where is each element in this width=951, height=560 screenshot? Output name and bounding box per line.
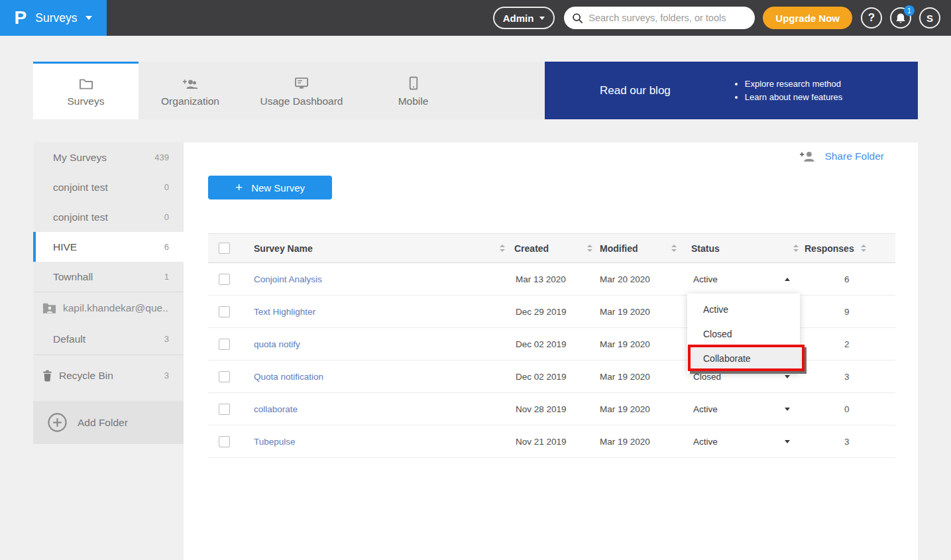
survey-name-link[interactable]: quota notify bbox=[245, 339, 494, 349]
row-checkbox[interactable] bbox=[219, 339, 230, 350]
global-search[interactable] bbox=[564, 7, 755, 29]
notifications-button[interactable]: 1 bbox=[890, 7, 911, 28]
shared-account-label: kapil.khandekar@que... bbox=[63, 302, 169, 314]
header-modified-label[interactable]: Modified bbox=[600, 243, 638, 254]
status-dropdown-menu: Active Closed Collaborate bbox=[687, 294, 800, 374]
folder-count: 439 bbox=[154, 152, 169, 162]
tab-label: Surveys bbox=[68, 95, 105, 107]
folder-label: Recycle Bin bbox=[59, 370, 113, 382]
row-checkbox-cell bbox=[208, 306, 245, 317]
tab-organization[interactable]: Organization bbox=[139, 62, 242, 119]
status-option-closed[interactable]: Closed bbox=[687, 321, 800, 346]
product-switcher[interactable]: P Surveys bbox=[0, 0, 107, 36]
new-survey-button[interactable]: + New Survey bbox=[208, 176, 332, 199]
brand-label: Surveys bbox=[35, 11, 77, 25]
header-responses-label[interactable]: Responses bbox=[805, 243, 854, 254]
header-responses: Responses bbox=[793, 243, 895, 254]
sidebar-filler bbox=[33, 444, 184, 560]
surveys-panel: Share Folder + New Survey Survey Name Cr… bbox=[184, 142, 918, 560]
row-checkbox[interactable] bbox=[219, 371, 230, 382]
status-dropdown-toggle[interactable] bbox=[785, 408, 790, 411]
responses-cell: 3 bbox=[793, 437, 895, 447]
status-dropdown-toggle[interactable] bbox=[785, 375, 790, 378]
sort-icon[interactable] bbox=[500, 245, 505, 252]
trash-icon bbox=[42, 370, 52, 382]
header-modified: Modified bbox=[580, 243, 666, 254]
shared-folder-icon bbox=[42, 302, 56, 314]
share-folder-button[interactable]: Share Folder bbox=[799, 150, 884, 162]
status-option-active[interactable]: Active bbox=[687, 297, 800, 321]
status-dropdown-toggle[interactable] bbox=[785, 278, 790, 281]
question-icon: ? bbox=[868, 11, 875, 25]
sidebar-item-hive[interactable]: HIVE 6 bbox=[33, 232, 184, 262]
folder-count: 3 bbox=[164, 370, 169, 380]
row-checkbox-cell bbox=[208, 339, 245, 350]
status-option-collaborate[interactable]: Collaborate bbox=[687, 346, 800, 370]
row-checkbox[interactable] bbox=[219, 404, 230, 415]
sort-icon[interactable] bbox=[793, 245, 799, 252]
row-checkbox[interactable] bbox=[219, 306, 230, 317]
sidebar-item-recycle-bin[interactable]: Recycle Bin 3 bbox=[33, 355, 184, 396]
folder-count: 0 bbox=[164, 182, 169, 192]
folder-label: HIVE bbox=[53, 241, 77, 253]
sidebar-item-my-surveys[interactable]: My Surveys 439 bbox=[33, 142, 184, 172]
tab-label: Organization bbox=[161, 95, 219, 107]
sidebar-item-default[interactable]: Default 3 bbox=[33, 323, 184, 355]
help-button[interactable]: ? bbox=[861, 7, 882, 28]
row-checkbox-cell bbox=[208, 404, 245, 415]
folder-count: 3 bbox=[164, 334, 169, 344]
share-folder-label: Share Folder bbox=[824, 150, 884, 162]
responses-cell: 6 bbox=[793, 274, 895, 284]
select-all-checkbox[interactable] bbox=[219, 243, 230, 254]
folder-count: 0 bbox=[164, 212, 169, 222]
avatar-letter: S bbox=[926, 13, 933, 24]
dashboard-icon bbox=[294, 76, 309, 90]
folder-label: My Surveys bbox=[53, 152, 107, 164]
folder-label: conjoint test bbox=[53, 211, 108, 223]
sort-icon[interactable] bbox=[587, 245, 592, 252]
survey-name-link[interactable]: Conjoint Analysis bbox=[245, 274, 494, 284]
blog-banner[interactable]: Read our blog Explore research method Le… bbox=[545, 62, 918, 119]
tabs-filler bbox=[465, 62, 545, 119]
admin-menu-button[interactable]: Admin bbox=[493, 7, 555, 29]
header-status-label[interactable]: Status bbox=[691, 243, 720, 254]
sort-icon[interactable] bbox=[861, 245, 866, 252]
tab-label: Usage Dashboard bbox=[260, 95, 343, 107]
upgrade-now-button[interactable]: Upgrade Now bbox=[763, 7, 852, 29]
tab-mobile[interactable]: Mobile bbox=[361, 62, 465, 119]
brand-logo: P bbox=[15, 9, 27, 27]
status-value: Active bbox=[693, 404, 718, 414]
chevron-down-icon bbox=[85, 16, 92, 20]
new-survey-label: New Survey bbox=[251, 182, 305, 194]
plus-circle-icon bbox=[47, 412, 68, 433]
survey-name-link[interactable]: collaborate bbox=[245, 404, 494, 414]
folder-label: Default bbox=[53, 333, 85, 345]
tab-surveys[interactable]: Surveys bbox=[33, 62, 139, 119]
content-card: My Surveys 439 conjoint test 0 conjoint … bbox=[33, 142, 918, 560]
notification-badge: 1 bbox=[904, 5, 915, 16]
sort-icon[interactable] bbox=[671, 245, 677, 252]
status-dropdown-toggle[interactable] bbox=[785, 440, 790, 443]
survey-name-link[interactable]: Tubepulse bbox=[245, 437, 494, 447]
row-checkbox[interactable] bbox=[219, 436, 230, 447]
responses-cell: 2 bbox=[793, 339, 895, 349]
add-folder-label: Add Folder bbox=[78, 417, 128, 429]
header-created: Created bbox=[494, 243, 580, 254]
sidebar-item-shared-account[interactable]: kapil.khandekar@que... bbox=[33, 292, 184, 323]
folder-count: 1 bbox=[164, 272, 169, 282]
header-created-label[interactable]: Created bbox=[514, 243, 549, 254]
sidebar-item-townhall[interactable]: Townhall 1 bbox=[33, 262, 184, 292]
tab-label: Mobile bbox=[398, 95, 429, 107]
sidebar-item-conjoint-test-2[interactable]: conjoint test 0 bbox=[33, 202, 184, 232]
tab-usage-dashboard[interactable]: Usage Dashboard bbox=[242, 62, 361, 119]
add-folder-button[interactable]: Add Folder bbox=[33, 401, 184, 444]
survey-name-link[interactable]: Quota notification bbox=[245, 372, 494, 382]
header-checkbox-cell bbox=[208, 243, 245, 254]
row-checkbox[interactable] bbox=[219, 274, 230, 285]
banner-title[interactable]: Read our blog bbox=[600, 84, 671, 97]
account-avatar[interactable]: S bbox=[919, 7, 940, 28]
search-input[interactable] bbox=[588, 13, 747, 23]
survey-name-link[interactable]: Text Highlighter bbox=[245, 307, 494, 317]
sidebar-item-conjoint-test-1[interactable]: conjoint test 0 bbox=[33, 172, 184, 202]
banner-bullet: Learn about new features bbox=[745, 92, 842, 102]
